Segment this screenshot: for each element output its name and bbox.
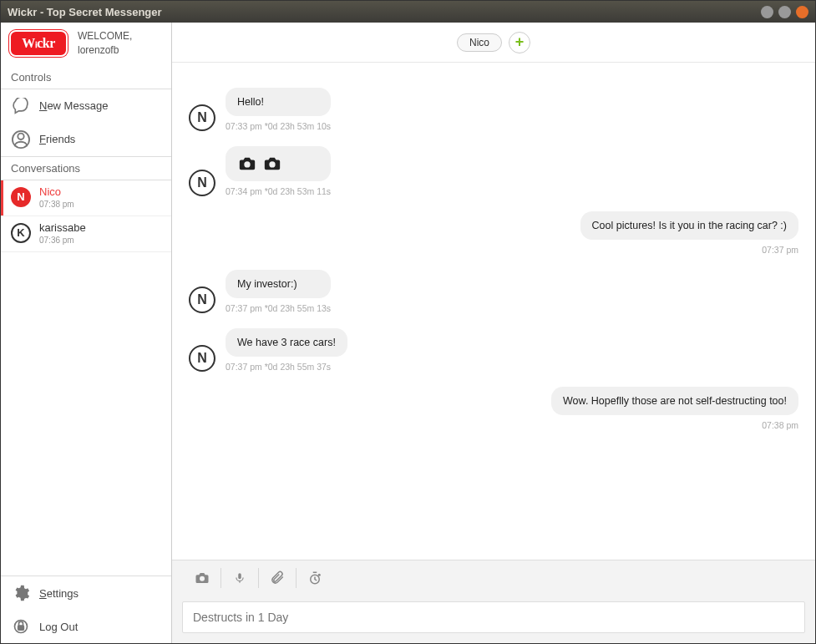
message-meta: 07:37 pm *0d 23h 55m 37s [226, 362, 347, 372]
add-participant-button[interactable]: + [509, 32, 530, 53]
settings-label: Settings [39, 587, 79, 600]
svg-point-4 [244, 161, 250, 167]
conversation-name: Nico [39, 185, 74, 198]
message-avatar: N [189, 170, 215, 196]
message-meta: 07:34 pm *0d 23h 53m 11s [226, 186, 331, 196]
composer-toolbar [172, 560, 815, 595]
message-avatar: N [189, 287, 215, 313]
logout-button[interactable]: Log Out [1, 610, 171, 643]
conversation-name: karissabe [39, 221, 86, 234]
new-message-label: New Message [39, 99, 108, 112]
composer [172, 595, 815, 643]
message-in: N We have 3 race cars! 07:37 pm *0d 23h … [189, 328, 798, 372]
welcome-block: Wᵢckr WELCOME, lorenzofb [1, 23, 171, 66]
gear-icon [11, 583, 31, 603]
message-bubble[interactable] [226, 146, 331, 181]
message-in: N My investor:) 07:37 pm *0d 23h 55m 13s [189, 270, 798, 313]
message-in-photos: N 07:34 pm *0d 23h 53m 11s [189, 146, 798, 196]
avatar: K [11, 223, 31, 243]
person-icon [11, 129, 31, 150]
camera-icon [237, 155, 257, 173]
app-logo: Wᵢckr [9, 30, 68, 57]
message-meta: 07:37 pm *0d 23h 55m 13s [226, 303, 331, 313]
svg-point-0 [18, 133, 23, 139]
message-bubble: Cool pictures! Is it you in the racing c… [580, 211, 798, 240]
settings-button[interactable]: Settings [1, 576, 171, 610]
welcome-text: WELCOME, lorenzofb [78, 29, 132, 58]
conversation-item-nico[interactable]: N Nico 07:38 pm [1, 180, 171, 216]
svg-rect-7 [238, 573, 241, 579]
window-title: Wickr - Top Secret Messenger [8, 6, 756, 18]
microphone-button[interactable] [221, 560, 258, 596]
welcome-line2: lorenzofb [78, 43, 132, 58]
attachment-button[interactable] [259, 560, 296, 596]
svg-point-5 [269, 161, 275, 167]
welcome-line1: WELCOME, [78, 29, 132, 43]
message-avatar: N [189, 345, 215, 372]
message-in: N Hello! 07:33 pm *0d 23h 53m 10s [189, 88, 798, 131]
friends-label: Friends [39, 133, 75, 145]
message-out: Wow. Hopeflly those are not self-destruc… [189, 387, 798, 430]
conversation-time: 07:38 pm [39, 200, 74, 209]
speech-bubble-icon [11, 96, 31, 116]
timer-button[interactable] [296, 560, 333, 596]
window-maximize-button[interactable] [778, 6, 791, 18]
chat-pane: Nico + N Hello! 07:33 pm *0d 23h 53m 10s… [172, 23, 815, 643]
message-out: Cool pictures! Is it you in the racing c… [189, 211, 798, 255]
message-meta: 07:33 pm *0d 23h 53m 10s [226, 121, 331, 131]
conversations-header: Conversations [1, 156, 171, 180]
camera-icon [262, 155, 282, 173]
message-bubble: My investor:) [226, 270, 331, 298]
conversation-time: 07:36 pm [39, 236, 86, 245]
svg-rect-3 [18, 626, 24, 630]
message-meta: 07:37 pm [762, 245, 798, 255]
chat-header: Nico + [172, 23, 815, 63]
svg-point-6 [200, 576, 205, 581]
lock-icon [11, 616, 31, 636]
message-input[interactable] [182, 601, 805, 633]
message-bubble: We have 3 race cars! [226, 328, 347, 357]
message-avatar: N [189, 104, 215, 131]
message-bubble: Hello! [226, 88, 331, 116]
sidebar: Wᵢckr WELCOME, lorenzofb Controls New Me… [1, 23, 172, 643]
controls-header: Controls [1, 66, 171, 89]
window-close-button[interactable] [796, 6, 808, 18]
conversation-item-karissabe[interactable]: K karissabe 07:36 pm [1, 216, 171, 252]
titlebar: Wickr - Top Secret Messenger [1, 1, 815, 23]
logout-label: Log Out [39, 621, 78, 633]
message-meta: 07:38 pm [762, 420, 798, 430]
window-minimize-button[interactable] [761, 6, 773, 18]
messages-list[interactable]: N Hello! 07:33 pm *0d 23h 53m 10s N [172, 63, 815, 560]
avatar: N [11, 187, 31, 207]
svg-point-9 [318, 573, 321, 576]
message-bubble: Wow. Hopeflly those are not self-destruc… [551, 387, 798, 415]
new-message-button[interactable]: New Message [1, 89, 171, 123]
peer-pill[interactable]: Nico [457, 33, 502, 52]
friends-button[interactable]: Friends [1, 123, 171, 156]
camera-button[interactable] [184, 560, 220, 596]
